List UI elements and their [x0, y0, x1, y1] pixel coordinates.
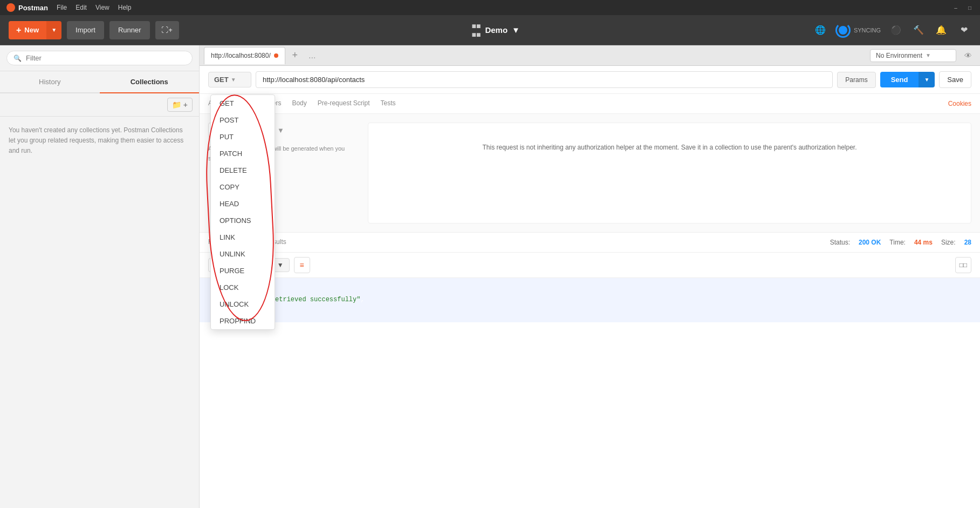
sync-circle	[835, 23, 851, 38]
method-label: GET	[214, 76, 229, 84]
content-area: http://localhost:8080/ + … No Environmen…	[200, 45, 980, 508]
method-option-link[interactable]: LINK	[211, 229, 275, 246]
params-button[interactable]: Params	[837, 72, 875, 88]
toolbar-center: ■■■■ Demo ▼	[184, 22, 807, 39]
size-label: Size:	[941, 239, 956, 246]
response-area: Headers (6) Test Results Status: 200 OK …	[200, 233, 980, 508]
toolbar-right: 🌐 SYNCING ⚫ 🔨 🔔 ❤	[813, 23, 971, 38]
code-line-3: []	[208, 305, 971, 315]
save-button[interactable]: Save	[939, 71, 971, 88]
grid-icon: ■■■■	[471, 22, 481, 39]
maximize-icon[interactable]: □	[966, 4, 974, 11]
method-option-patch[interactable]: PATCH	[211, 145, 275, 162]
method-dropdown: GETPOSTPUTPATCHDELETECOPYHEADOPTIONSLINK…	[210, 94, 275, 330]
method-option-post[interactable]: POST	[211, 112, 275, 128]
tab-modified-dot	[274, 53, 278, 58]
env-eye-button[interactable]: 👁	[961, 48, 976, 63]
response-toolbar: Preview JSON ▼ ≡ □□	[200, 253, 980, 278]
sidebar-empty-message: You haven't created any collections yet.…	[0, 117, 199, 165]
auth-info-panel: This request is not inheriting any autho…	[368, 123, 971, 223]
new-button-label: New	[24, 26, 39, 34]
more-tabs-button[interactable]: …	[305, 48, 320, 63]
build-icon-button[interactable]: ⛶+	[155, 21, 179, 39]
response-tabs-bar: Headers (6) Test Results Status: 200 OK …	[200, 233, 980, 253]
code-line-2: e": "Contacts retrieved successfully",	[208, 295, 971, 305]
title-bar: Postman File Edit View Help – □	[0, 0, 980, 15]
globe-icon-btn[interactable]: 🌐	[813, 23, 828, 38]
response-body: Preview JSON ▼ ≡ □□ ": "success", e": "C…	[200, 253, 980, 508]
copy-response-button[interactable]: □□	[955, 257, 971, 273]
sidebar-tabs: History Collections	[0, 71, 199, 93]
new-collection-button[interactable]: 📁 +	[167, 98, 193, 112]
wrench-icon-btn[interactable]: 🔨	[911, 23, 926, 38]
main-toolbar: + New ▼ Import Runner ⛶+ ■■■■ Demo ▼ 🌐 S…	[0, 15, 980, 45]
method-chevron: ▼	[231, 77, 236, 83]
workspace-selector[interactable]: ■■■■ Demo ▼	[471, 22, 519, 39]
workspace-name: Demo	[485, 25, 508, 35]
response-status-bar: Status: 200 OK Time: 44 ms Size: 28	[830, 239, 971, 246]
request-tab[interactable]: http://localhost:8080/	[204, 47, 285, 64]
folder-icon: 📁	[172, 100, 181, 109]
window-controls: – □	[952, 4, 974, 11]
menu-edit[interactable]: Edit	[76, 4, 87, 11]
response-code-block: ": "success", e": "Contacts retrieved su…	[200, 278, 980, 322]
subtab-tests[interactable]: Tests	[380, 94, 395, 113]
sidebar-actions: 📁 +	[0, 93, 199, 117]
menu-help[interactable]: Help	[118, 4, 132, 11]
method-option-get[interactable]: GET	[211, 95, 275, 112]
status-value: 200 OK	[859, 239, 881, 246]
runner-button[interactable]: Runner	[109, 21, 150, 39]
method-option-lock[interactable]: LOCK	[211, 279, 275, 296]
method-option-copy[interactable]: COPY	[211, 179, 275, 195]
url-input[interactable]	[256, 71, 833, 88]
status-label: Status:	[830, 239, 850, 246]
tab-url: http://localhost:8080/	[211, 52, 271, 59]
method-selector[interactable]: GET ▼	[208, 72, 251, 87]
globe2-icon-btn[interactable]: ⚫	[888, 23, 903, 38]
sync-circle-inner	[839, 26, 847, 35]
search-input-wrapper: 🔍	[6, 51, 193, 65]
sync-label: SYNCING	[854, 27, 881, 33]
new-button[interactable]: + New	[9, 21, 46, 39]
logo-icon	[6, 3, 15, 12]
sidebar-search-area: 🔍	[0, 45, 199, 71]
request-body-area: parent No Auth Bearer Token Basic Auth ▼…	[200, 114, 980, 233]
plus-icon: +	[16, 25, 21, 35]
wrap-icon-button[interactable]: ≡	[294, 257, 310, 273]
filter-input[interactable]	[26, 54, 186, 62]
add-tab-button[interactable]: +	[287, 48, 303, 63]
heart-icon-btn[interactable]: ❤	[956, 23, 971, 38]
method-option-put[interactable]: PUT	[211, 128, 275, 145]
bell-icon-btn[interactable]: 🔔	[934, 23, 949, 38]
method-option-head[interactable]: HEAD	[211, 195, 275, 212]
env-chevron: ▼	[926, 52, 931, 58]
minimize-icon[interactable]: –	[952, 4, 960, 11]
tab-collections[interactable]: Collections	[100, 71, 200, 92]
menu-view[interactable]: View	[95, 4, 109, 11]
time-value: 44 ms	[914, 239, 933, 246]
app-logo: Postman	[6, 3, 48, 12]
method-option-unlink[interactable]: UNLINK	[211, 246, 275, 262]
menu-file[interactable]: File	[57, 4, 67, 11]
workspace-chevron: ▼	[512, 25, 520, 35]
tabs-right: No Environment ▼ 👁	[870, 48, 976, 63]
environment-selector[interactable]: No Environment ▼	[870, 49, 956, 62]
send-dropdown-button[interactable]: ▼	[919, 72, 935, 87]
method-option-purge[interactable]: PURGE	[211, 262, 275, 279]
subtab-pre-request[interactable]: Pre-request Script	[318, 94, 370, 113]
subtab-body[interactable]: Body	[292, 94, 306, 113]
method-option-options[interactable]: OPTIONS	[211, 212, 275, 229]
send-button[interactable]: Send	[880, 72, 919, 87]
new-button-group: + New ▼	[9, 21, 61, 39]
cookies-link[interactable]: Cookies	[948, 94, 971, 113]
search-icon: 🔍	[13, 55, 22, 62]
method-option-unlock[interactable]: UNLOCK	[211, 296, 275, 313]
tab-history[interactable]: History	[0, 71, 100, 92]
new-dropdown-button[interactable]: ▼	[46, 21, 61, 39]
method-option-propfind[interactable]: PROPFIND	[211, 313, 275, 329]
request-bar: GET ▼ Params Send ▼ Save	[200, 66, 980, 94]
menu-bar: File Edit View Help	[57, 4, 132, 11]
import-button[interactable]: Import	[67, 21, 104, 39]
method-option-delete[interactable]: DELETE	[211, 162, 275, 179]
send-button-group: Send ▼	[880, 72, 935, 87]
